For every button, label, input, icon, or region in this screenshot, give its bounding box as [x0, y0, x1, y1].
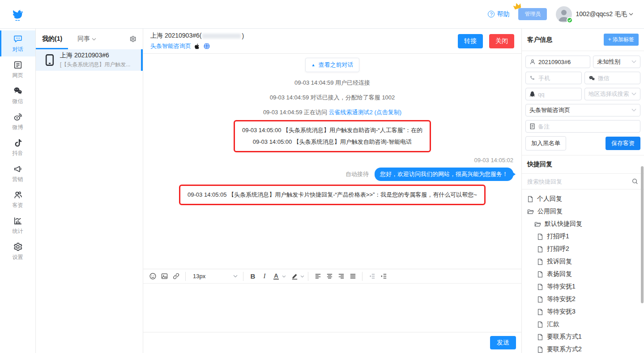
- nav-item-douyin[interactable]: 抖音: [0, 134, 35, 160]
- tree-item[interactable]: 要联系方式2: [522, 343, 644, 353]
- channel-link[interactable]: 头条智能咨询页: [150, 42, 191, 50]
- wechat-icon: [589, 75, 595, 81]
- gender-select[interactable]: 未知性别: [593, 56, 640, 68]
- font-size-select[interactable]: 13px: [189, 273, 239, 280]
- wechat-field[interactable]: [584, 72, 641, 84]
- tree-item-personal[interactable]: 个人回复: [522, 193, 644, 205]
- chevron-down-icon: [631, 92, 636, 96]
- tree-item[interactable]: 表扬回复: [522, 268, 644, 280]
- close-conversation-button[interactable]: 关闭: [489, 34, 514, 48]
- insert-image-icon[interactable]: [158, 271, 170, 282]
- font-color-button[interactable]: A: [270, 271, 282, 282]
- tree-item[interactable]: 打招呼1: [522, 230, 644, 243]
- indent-icon[interactable]: [378, 271, 389, 282]
- channel-select[interactable]: 头条智能咨询页: [525, 104, 640, 116]
- help-button[interactable]: ? 帮助: [488, 10, 509, 18]
- nav-item-weibo[interactable]: 微博: [0, 108, 35, 134]
- message-timestamp: 09-03 14:05:02: [143, 157, 521, 164]
- weibo-icon: [13, 112, 23, 122]
- region-select[interactable]: 地区选择或搜索: [584, 88, 641, 100]
- tab-mine[interactable]: 我的(1): [42, 35, 62, 43]
- scrollbar-thumb[interactable]: [641, 166, 644, 303]
- outdent-icon[interactable]: [366, 271, 378, 282]
- role-badge: 管理员: [518, 8, 547, 20]
- align-left-icon[interactable]: [312, 271, 324, 282]
- list-settings-gear-icon[interactable]: [129, 35, 136, 43]
- toolbar-separator: [362, 272, 363, 281]
- emoji-icon[interactable]: [147, 271, 158, 282]
- open-folder-icon: [527, 209, 534, 215]
- nav-item-chat[interactable]: 对话: [0, 30, 35, 56]
- username: 1002@qqcs2 毛毛: [576, 10, 633, 18]
- italic-button[interactable]: I: [259, 271, 270, 282]
- quick-reply-title: 快捷回复: [527, 160, 552, 168]
- wechat-input[interactable]: [598, 75, 637, 82]
- chevron-down-icon[interactable]: [282, 275, 286, 278]
- phone-input[interactable]: [538, 75, 578, 82]
- note-input[interactable]: [538, 123, 636, 130]
- globe-icon: [203, 43, 210, 50]
- tab-colleague[interactable]: 同事: [77, 35, 96, 43]
- file-icon: [537, 296, 543, 303]
- nav-item-wechat[interactable]: 微信: [0, 82, 35, 108]
- tree-item[interactable]: 打招呼2: [522, 243, 644, 255]
- insert-link-icon[interactable]: [170, 271, 182, 282]
- qq-field[interactable]: [525, 88, 582, 100]
- nav-label: 设置: [13, 254, 23, 261]
- tree-item[interactable]: 要联系方式1: [522, 331, 644, 343]
- note-field[interactable]: [525, 120, 640, 133]
- add-tag-button[interactable]: + 添加标签: [604, 34, 639, 46]
- tree-item-default-group[interactable]: 默认快捷回复: [522, 218, 644, 230]
- file-icon: [537, 233, 543, 240]
- align-right-icon[interactable]: [335, 271, 347, 282]
- conversation-item[interactable]: 上海 20210903#6 [【头条系统消息】用户触发...: [36, 49, 143, 71]
- align-justify-icon[interactable]: [347, 271, 358, 282]
- file-icon: [537, 346, 543, 353]
- highlight-pen-icon[interactable]: [289, 271, 300, 282]
- nav-item-marketing[interactable]: 营销: [0, 160, 35, 186]
- send-button[interactable]: 发送: [490, 336, 516, 349]
- visiting-page-link[interactable]: 云雀线索通测试2: [329, 109, 373, 116]
- crown-icon: [512, 1, 524, 12]
- phone-icon: [529, 75, 536, 81]
- left-nav: 对话 网页 微信: [0, 29, 36, 353]
- search-icon[interactable]: [631, 178, 639, 185]
- help-label: 帮助: [497, 10, 509, 18]
- question-circle-icon: ?: [488, 11, 495, 17]
- bar-chart-icon: [13, 216, 23, 226]
- tree-item-public[interactable]: 公用回复: [522, 205, 644, 218]
- quick-reply-search-input[interactable]: [527, 178, 628, 185]
- nav-item-settings[interactable]: 设置: [0, 238, 35, 264]
- message-editor[interactable]: [143, 284, 521, 332]
- bold-button[interactable]: B: [247, 271, 259, 282]
- conversation-title: 上海 20210903#6: [60, 52, 130, 60]
- tree-item[interactable]: 等待安抚2: [522, 293, 644, 306]
- chat-header-buttons: 转接 关闭: [458, 34, 514, 48]
- blacklist-button[interactable]: 加入黑名单: [525, 136, 566, 151]
- qq-input[interactable]: [538, 91, 578, 98]
- nav-item-webpage[interactable]: 网页: [0, 56, 35, 82]
- click-copy-link[interactable]: (点击复制): [373, 109, 401, 116]
- tree-item[interactable]: 投诉回复: [522, 255, 644, 268]
- bird-logo-icon: [10, 6, 26, 22]
- phone-field[interactable]: [525, 72, 582, 84]
- system-message: 09-03 14:05:05 【头条系统消息】用户触发卡片快捷回复-“产品价格表…: [188, 191, 477, 199]
- file-icon: [537, 258, 543, 265]
- tree-item[interactable]: 等待安抚3: [522, 306, 644, 318]
- save-customer-button[interactable]: 保存客资: [606, 137, 640, 150]
- chevron-down-icon: [631, 108, 636, 112]
- customer-name-input[interactable]: [538, 59, 586, 65]
- app-body: 对话 网页 微信: [0, 29, 644, 353]
- transfer-button[interactable]: 转接: [458, 34, 483, 48]
- chevron-down-icon[interactable]: [300, 275, 304, 278]
- nav-item-customers[interactable]: 客资: [0, 186, 35, 212]
- tree-item[interactable]: 等待安抚1: [522, 280, 644, 293]
- chevron-down-icon: [631, 60, 636, 64]
- align-center-icon[interactable]: [324, 271, 335, 282]
- wechat-icon: [13, 86, 23, 96]
- customer-name-field[interactable]: [525, 56, 590, 68]
- user-menu[interactable]: 1002@qqcs2 毛毛: [556, 6, 633, 22]
- tree-item[interactable]: 汇款: [522, 318, 644, 331]
- view-previous-button[interactable]: ▲ 查看之前对话: [305, 58, 360, 72]
- nav-item-statistics[interactable]: 统计: [0, 212, 35, 238]
